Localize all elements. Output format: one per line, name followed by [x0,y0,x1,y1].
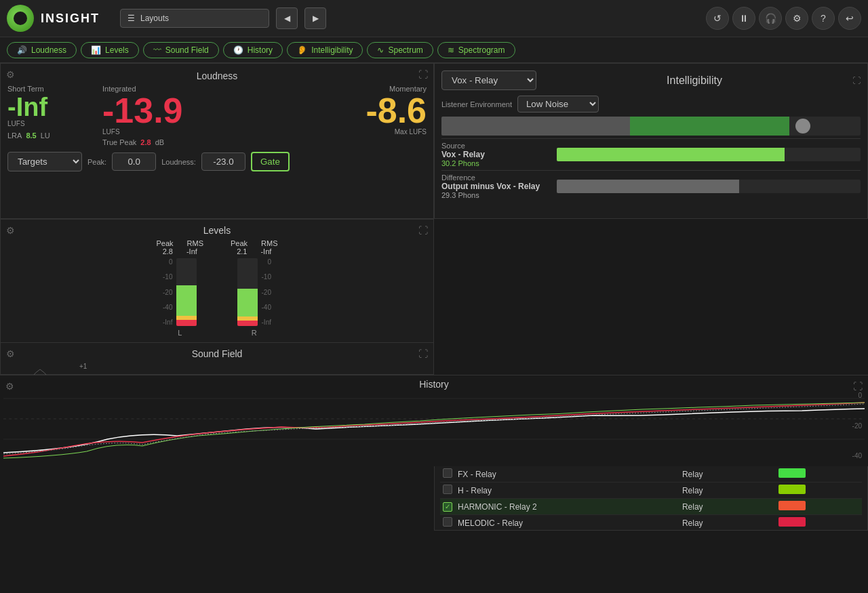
levels-tab-label: Levels [105,45,129,55]
levels-expand-icon[interactable]: ⛶ [418,225,428,236]
source-value: 30.2 Phons [441,159,557,167]
layouts-dropdown[interactable]: ☰ Layouts [120,9,269,28]
right-meter: Peak RMS 2.1 -Inf 0-10-20-40-Inf [231,239,278,337]
right-scale: 0-10-20-40-Inf [262,258,271,326]
pause-button[interactable]: ⏸ [732,7,755,30]
gate-button[interactable]: Gate [251,152,290,171]
soundfield-tab-icon: 〰 [153,45,161,55]
settings-button[interactable]: ⚙ [785,7,808,30]
listener-dropdown[interactable]: Low Noise [517,96,599,113]
spec-row-plugin: Relay [679,466,776,483]
intel-diff-row: Difference Output minus Vox - Relay 29.3… [441,170,861,202]
tab-history[interactable]: 🕐 History [223,42,283,58]
tab-spectrum[interactable]: ∿ Spectrum [367,42,433,58]
intel-source-row: Source Vox - Relay 30.2 Phons [441,138,861,170]
soundfield-expand-icon[interactable]: ⛶ [418,348,428,359]
history-tab-label: History [248,45,273,55]
peak-label: Peak: [87,158,106,166]
tab-intelligibility[interactable]: 👂 Intelligibility [287,42,363,58]
tab-levels[interactable]: 📊 Levels [81,42,139,58]
intelligibility-tab-icon: 👂 [297,45,307,55]
loudness-expand-icon[interactable]: ⛶ [418,69,428,80]
intel-diff-bar-row [557,180,861,193]
history-svg [3,392,865,459]
right-bar-bg [237,258,258,326]
intel-top-bar [441,117,861,136]
true-peak-unit: dB [155,138,164,146]
lra-unit: LU [41,131,50,140]
listener-label: Listener Environment [441,100,512,108]
source-name: Vox - Relay [441,150,557,159]
loudness-gear-icon[interactable]: ⚙ [6,69,15,80]
tab-spectrogram[interactable]: ≋ Spectrogram [437,42,515,58]
right-ch-label: R [252,329,257,337]
help-button[interactable]: ? [812,7,835,30]
app-title: INSIGHT [41,12,100,26]
left-scale: 0-10-20-40-Inf [163,258,172,326]
tab-loudness[interactable]: 🔊 Loudness [7,42,77,58]
levels-gear-icon[interactable]: ⚙ [6,225,15,236]
spec-row-checkbox[interactable] [443,485,452,494]
right-bar-fill [237,289,258,326]
intel-ball [795,119,810,134]
history-gear-icon[interactable]: ⚙ [5,381,14,392]
soundfield-gear-icon[interactable]: ⚙ [6,348,15,359]
source-label-text: Source [441,142,557,150]
spec-row-color[interactable] [778,517,806,527]
left-bar-wrap: 0-10-20-40-Inf [163,258,197,326]
diff-name: Output minus Vox - Relay [441,182,557,191]
loudness-ctrl-label: Loudness: [161,158,196,166]
spec-row-name: HARMONIC - Relay 2 [455,499,679,515]
spec-row-checkbox[interactable] [443,468,452,478]
intel-header: Vox - Relay Intelligibility ⛶ [441,70,861,90]
spec-row-name: FX - Relay [455,466,679,483]
app-logo [7,5,34,32]
spec-row-name: H - Relay [455,483,679,499]
spec-row-checkbox[interactable] [443,517,452,527]
peak-input[interactable] [112,152,156,171]
spec-row-checkbox[interactable] [443,502,452,512]
loudness-controls: Targets Peak: Loudness: Gate [7,152,427,171]
short-term-unit: LUFS [7,120,25,127]
spec-row-name: MELODIC - Relay [455,515,679,531]
tab-soundfield[interactable]: 〰 Sound Field [143,42,219,58]
spec-row-plugin: Relay [679,483,776,499]
loudness-tab-label: Loudness [31,45,66,55]
top-bar: INSIGHT ☰ Layouts ◀ ▶ ↺ ⏸ 🎧 ⚙ ? ↩ [0,0,868,37]
targets-dropdown[interactable]: Targets [7,152,82,171]
spectrogram-tab-icon: ≋ [448,45,454,55]
intel-expand-icon[interactable]: ⛶ [852,76,861,85]
right-meter-vals: 2.1 -Inf [237,247,271,255]
momentary-unit: Max LUFS [395,128,427,136]
intel-source-dropdown[interactable]: Vox - Relay [441,70,536,90]
left-mid-section: ⚙ Levels ⛶ Peak RMS 2.8 -Inf 0-10 [0,219,434,375]
intel-source-bar [557,148,785,161]
intel-source-label: Source Vox - Relay 30.2 Phons [441,142,557,167]
spec-row-plugin: Relay [679,499,776,515]
integrated-value: -13.9 [102,93,183,128]
headphones-button[interactable]: 🎧 [759,7,782,30]
back-button[interactable]: ◀ [276,7,298,29]
short-term-label: Short Term [7,85,44,93]
left-peak-label: Peak [156,239,173,247]
spec-row-color[interactable] [778,485,806,494]
intel-bar-green [630,117,789,136]
spec-row-color[interactable] [778,501,806,510]
loudness-metrics: Short Term -Inf LUFS LRA 8.5 LU Integrat… [7,85,427,146]
forward-button[interactable]: ▶ [304,7,326,29]
arrow-button[interactable]: ↩ [838,7,861,30]
true-peak-row: True Peak 2.8 dB [102,138,164,146]
soundfield-title: Sound Field [6,348,428,359]
history-expand-icon[interactable]: ⛶ [853,381,863,392]
loudness-input[interactable] [201,152,245,171]
right-peak-label: Peak [231,239,248,247]
intel-bar-gray [441,117,630,136]
momentary-section: Momentary -8.6 Max LUFS [366,85,427,136]
diff-value: 29.3 Phons [441,191,557,199]
history-chart: 0 -20 -40 [3,392,865,459]
left-rms-value: -Inf [186,247,197,255]
nav-tabs: 🔊 Loudness 📊 Levels 〰 Sound Field 🕐 Hist… [0,37,868,63]
spectrogram-tab-label: Spectrogram [458,45,505,55]
reset-button[interactable]: ↺ [706,7,729,30]
spec-row-color[interactable] [778,468,806,478]
